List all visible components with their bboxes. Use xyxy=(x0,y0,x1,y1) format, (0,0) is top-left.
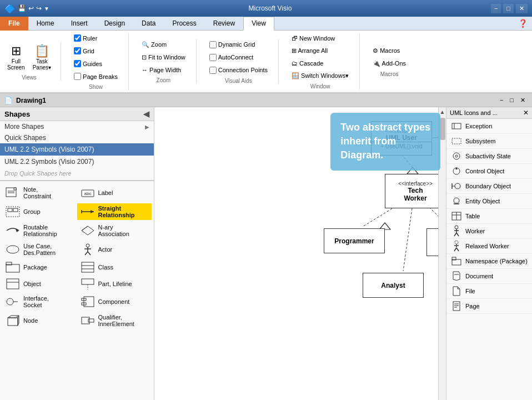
autoconnect-checkbox[interactable] xyxy=(209,54,217,61)
quick-access-undo[interactable]: ↩ xyxy=(28,4,34,12)
right-item-subsystem[interactable]: Subsystem xyxy=(446,134,532,149)
svg-marker-46 xyxy=(407,167,418,174)
right-item-subactivity[interactable]: Subactivity State xyxy=(446,149,532,164)
shape-item-routable-rel[interactable]: RoutableRelationship xyxy=(2,222,77,239)
right-item-entity[interactable]: Entity Object xyxy=(446,194,532,209)
grid-checkbox[interactable] xyxy=(74,47,81,54)
tab-review[interactable]: Review xyxy=(205,17,243,31)
shape-item-class[interactable]: Class xyxy=(77,260,152,274)
uml-below-item[interactable]: UML 2.2 Symbols (Visio 2007) xyxy=(0,156,154,168)
tab-home[interactable]: Home xyxy=(28,17,63,31)
shape-item-use-case[interactable]: Use Case,Des.Pattern xyxy=(2,241,77,258)
panel-collapse-icon[interactable]: ◀ xyxy=(143,109,149,118)
more-shapes-section[interactable]: More Shapes ▶ xyxy=(0,121,154,132)
exception-icon xyxy=(451,122,462,131)
task-panes-button[interactable]: 📋 TaskPanes▾ xyxy=(30,42,54,72)
ruler-checkbox-label[interactable]: Ruler xyxy=(70,33,101,43)
page-width-button[interactable]: ↔ Page Width xyxy=(138,65,185,75)
shape-item-group[interactable]: Group xyxy=(2,204,77,219)
shape-item-interface[interactable]: Interface,Socket xyxy=(2,293,77,310)
shape-item-actor[interactable]: Actor xyxy=(77,242,152,257)
ruler-checkbox[interactable] xyxy=(74,34,81,42)
shape-row: Package Class xyxy=(2,260,152,274)
shape-item-object[interactable]: Object xyxy=(2,277,77,291)
right-item-page[interactable]: Page xyxy=(446,299,532,314)
right-item-file[interactable]: File xyxy=(446,284,532,299)
shape-item-note[interactable]: Note,Constraint xyxy=(2,184,77,201)
scroll-thumb[interactable] xyxy=(440,118,445,140)
svg-line-73 xyxy=(456,248,459,251)
dynamic-grid-checkbox[interactable] xyxy=(209,41,217,48)
doc-maximize[interactable]: □ xyxy=(508,97,516,104)
autoconnect-label[interactable]: AutoConnect xyxy=(205,52,258,63)
guides-checkbox-label[interactable]: Guides xyxy=(70,58,106,69)
shape-item-straight-rel[interactable]: StraightRelationship xyxy=(77,203,152,220)
tab-design[interactable]: Design xyxy=(96,17,133,31)
right-item-namespace[interactable]: Namespace (Package) xyxy=(446,254,532,269)
pagebreaks-checkbox[interactable] xyxy=(74,73,81,80)
zoom-label: Zoom xyxy=(157,77,171,83)
tech-worker-shape[interactable]: <<interface>> TechWorker xyxy=(385,174,446,208)
right-item-relaxed-worker[interactable]: Relaxed Worker xyxy=(446,239,532,254)
quick-access-save[interactable]: 💾 xyxy=(18,4,26,12)
tab-file[interactable]: File xyxy=(0,17,28,31)
programmer-shape[interactable]: Programmer xyxy=(324,228,385,253)
quick-access-more[interactable]: ▼ xyxy=(44,6,49,12)
shape-item-package[interactable]: Package xyxy=(2,260,77,274)
addons-button[interactable]: 🔌 Add-Ons xyxy=(369,58,410,69)
note-icon xyxy=(5,187,21,198)
shape-item-component[interactable]: Component xyxy=(77,294,152,309)
help-icon[interactable]: ❓ xyxy=(514,17,532,30)
n-ary-icon xyxy=(80,225,96,236)
grid-checkbox-label[interactable]: Grid xyxy=(70,46,98,56)
new-window-button[interactable]: 🗗 New Window xyxy=(288,33,339,43)
right-item-table[interactable]: Table xyxy=(446,209,532,224)
minimize-button[interactable]: − xyxy=(491,4,501,13)
dynamic-grid-label[interactable]: Dynamic Grid xyxy=(205,39,259,50)
uml-user-shape[interactable]: <<interface>> UML User + UseUML():void xyxy=(371,121,432,156)
canvas-area[interactable]: <<interface>> UML User + UseUML():void U… xyxy=(154,107,446,400)
svg-line-20 xyxy=(88,252,91,255)
shape-item-label[interactable]: abc Label xyxy=(77,186,152,200)
svg-point-56 xyxy=(455,183,460,189)
zoom-button[interactable]: 🔍 Zoom xyxy=(138,39,170,50)
tab-data[interactable]: Data xyxy=(133,17,164,31)
tab-insert[interactable]: Insert xyxy=(63,17,96,31)
shape-item-part-lifeline[interactable]: Part, Lifeline xyxy=(77,277,152,291)
uml-selected-item[interactable]: UML 2.2 Symbols (Visio 2007) xyxy=(0,143,154,156)
right-item-control[interactable]: Control Object xyxy=(446,164,532,179)
svg-marker-37 xyxy=(18,316,19,326)
close-button[interactable]: ✕ xyxy=(516,4,528,13)
fullscreen-button[interactable]: ⊞ FullScreen xyxy=(4,42,28,72)
analyst-shape[interactable]: Analyst xyxy=(363,273,424,298)
right-item-exception[interactable]: Exception xyxy=(446,119,532,134)
doc-close[interactable]: ✕ xyxy=(518,97,528,104)
right-item-boundary[interactable]: Boundary Object xyxy=(446,179,532,194)
guides-checkbox[interactable] xyxy=(74,60,81,67)
macros-label: Macros xyxy=(380,71,399,77)
scroll-up-arrow[interactable]: ▲ xyxy=(438,107,446,117)
connection-points-checkbox[interactable] xyxy=(209,67,217,74)
right-item-document[interactable]: Document xyxy=(446,269,532,284)
maximize-button[interactable]: □ xyxy=(503,4,514,13)
shape-item-qualifier[interactable]: Qualifier,InnerElement xyxy=(77,312,152,329)
shape-item-n-ary[interactable]: N-aryAssociation xyxy=(77,222,152,239)
tab-process[interactable]: Process xyxy=(164,17,204,31)
right-panel-close-button[interactable]: ✕ xyxy=(523,109,529,117)
right-item-worker[interactable]: Worker xyxy=(446,224,532,239)
tab-view[interactable]: View xyxy=(243,17,274,31)
vertical-scrollbar[interactable]: ▲ ▼ xyxy=(438,107,446,400)
shape-row: Use Case,Des.Pattern Actor xyxy=(2,241,152,258)
shape-item-node[interactable]: Node xyxy=(2,313,77,328)
cascade-button[interactable]: 🗂 Cascade xyxy=(288,58,327,68)
doc-minimize[interactable]: − xyxy=(498,97,505,104)
switch-windows-button[interactable]: 🪟 Switch Windows▾ xyxy=(288,71,353,81)
quick-shapes-section[interactable]: Quick Shapes xyxy=(0,132,154,143)
connection-points-label[interactable]: Connection Points xyxy=(205,65,272,76)
fit-window-button[interactable]: ⊡ Fit to Window xyxy=(138,52,189,63)
svg-text:abc: abc xyxy=(84,191,91,196)
pagebreaks-checkbox-label[interactable]: Page Breaks xyxy=(70,71,122,82)
macros-button[interactable]: ⚙ Macros xyxy=(369,46,404,56)
arrange-all-button[interactable]: ⊞ Arrange All xyxy=(288,46,332,56)
quick-access-redo[interactable]: ↪ xyxy=(36,4,42,12)
